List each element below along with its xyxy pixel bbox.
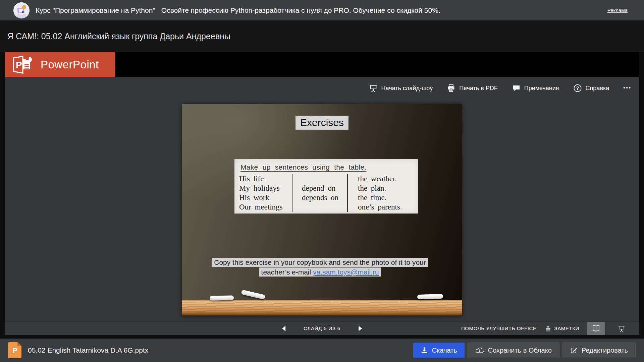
- ad-disclosure-link[interactable]: Реклама: [607, 7, 628, 13]
- print-pdf-button[interactable]: Печать в PDF: [447, 84, 498, 93]
- ellipsis-icon: •••: [623, 85, 632, 90]
- slide-title: Exercises: [296, 116, 348, 130]
- ad-banner[interactable]: Курс "Программирование на Python" Освойт…: [0, 0, 644, 20]
- page-title: Я САМ!: 05.02 Английский язык группа Дар…: [7, 32, 230, 41]
- powerpoint-logo-icon: P: [12, 55, 34, 74]
- homework-note: Copy this exercise in your copybook and …: [211, 258, 429, 277]
- slide-nav-right: ПОМОЧЬ УЛУЧШИТЬ OFFICE ЗАМЕТКИ: [461, 322, 639, 335]
- viewer-container: P PowerPoint Начать слайд-шоу: [5, 52, 639, 335]
- previous-slide-button[interactable]: [281, 325, 287, 332]
- table-cell: His life: [239, 174, 292, 184]
- slide-pager: СЛАЙД 5 ИЗ 6: [281, 322, 363, 335]
- help-button[interactable]: ? Справка: [573, 84, 609, 93]
- svg-text:P: P: [12, 346, 17, 355]
- print-pdf-label: Печать в PDF: [459, 85, 498, 92]
- table-column-subjects: His life My holidays His work Our meetin…: [239, 174, 292, 212]
- ad-course-title: Курс "Программирование на Python": [36, 6, 155, 14]
- chalk-tray: [182, 300, 462, 316]
- page-header: Я САМ!: 05.02 Английский язык группа Дар…: [0, 20, 644, 52]
- table-cell: one’s parents.: [358, 202, 418, 212]
- table-column-verbs: depend on depends on: [292, 174, 348, 212]
- footer-actions: Скачать Сохранить в Облако Редактировать: [413, 343, 636, 358]
- edit-label: Редактировать: [582, 347, 628, 354]
- start-slideshow-label: Начать слайд-шоу: [381, 85, 433, 92]
- table-cell: depend on: [302, 184, 347, 193]
- improve-office-link[interactable]: ПОМОЧЬ УЛУЧШИТЬ OFFICE: [461, 325, 537, 331]
- table-cell: the plan.: [358, 184, 418, 193]
- notes-icon: [545, 325, 551, 332]
- svg-text:P: P: [16, 60, 22, 70]
- file-name: 05.02 English Tatarnikova D.A 6G.pptx: [28, 346, 148, 354]
- slide-counter: СЛАЙД 5 ИЗ 6: [304, 325, 340, 331]
- printer-icon: [447, 84, 455, 93]
- more-options-button[interactable]: •••: [623, 85, 632, 92]
- exercise-scan: Make up sentences using the table. His l…: [234, 159, 418, 214]
- save-to-cloud-label: Сохранить в Облако: [488, 347, 552, 354]
- slide-navigation-bar: СЛАЙД 5 ИЗ 6 ПОМОЧЬ УЛУЧШИТЬ OFFICE: [5, 321, 639, 335]
- next-slide-button[interactable]: [357, 325, 363, 332]
- chalk-piece: [210, 295, 234, 300]
- svg-text:?: ?: [576, 85, 579, 91]
- pptx-file-icon: P: [8, 342, 21, 358]
- download-button[interactable]: Скачать: [413, 343, 465, 358]
- download-icon: [421, 347, 428, 354]
- help-label: Справка: [586, 85, 609, 92]
- slideshow-view-button[interactable]: [613, 322, 630, 335]
- reading-view-button[interactable]: [587, 322, 605, 335]
- slide-stage: Exercises Make up sentences using the ta…: [5, 99, 639, 316]
- edit-icon: [570, 347, 578, 354]
- slide-canvas[interactable]: Exercises Make up sentences using the ta…: [182, 104, 462, 316]
- homework-note-line2: teacher’s e-mail: [261, 268, 313, 276]
- table-cell: the weather.: [358, 174, 418, 184]
- table-column-objects: the weather. the plan. the time. one’s p…: [348, 174, 418, 212]
- comment-bubble-icon: [512, 84, 521, 93]
- exercise-heading: Make up sentences using the table.: [240, 163, 418, 171]
- slideshow-view-icon: [618, 325, 625, 332]
- file-action-bar: P 05.02 English Tatarnikova D.A 6G.pptx …: [0, 339, 644, 362]
- table-cell: His work: [239, 193, 292, 202]
- table-cell: depends on: [302, 193, 347, 202]
- table-cell: Our meetings: [239, 202, 292, 212]
- cloud-icon: [475, 347, 484, 354]
- homework-note-line1: Copy this exercise in your copybook and …: [212, 258, 428, 267]
- presentation-viewer: Начать слайд-шоу Печать в PDF: [5, 77, 639, 335]
- chalk-piece: [241, 290, 265, 300]
- slideshow-icon: [369, 84, 378, 93]
- app-banner: P PowerPoint: [5, 52, 639, 77]
- powerpoint-brand: P PowerPoint: [5, 52, 115, 77]
- comments-button[interactable]: Примечания: [512, 84, 559, 93]
- table-cell: the time.: [358, 193, 418, 202]
- ad-logo-icon: [13, 2, 30, 18]
- chalk-piece: [417, 294, 443, 300]
- reading-view-icon: [592, 325, 600, 332]
- exercise-table: His life My holidays His work Our meetin…: [239, 174, 418, 212]
- teacher-email-link[interactable]: ya.sam.toys@mail.ru: [313, 268, 379, 276]
- table-cell: My holidays: [239, 184, 292, 193]
- edit-button[interactable]: Редактировать: [562, 343, 636, 358]
- viewer-toolbar: Начать слайд-шоу Печать в PDF: [5, 77, 639, 99]
- notes-label: ЗАМЕТКИ: [554, 325, 579, 331]
- start-slideshow-button[interactable]: Начать слайд-шоу: [369, 84, 433, 93]
- comments-label: Примечания: [524, 85, 559, 92]
- ad-course-description: Освойте профессию Python-разработчика с …: [161, 6, 440, 14]
- app-name: PowerPoint: [41, 58, 99, 71]
- help-icon: ?: [573, 84, 582, 93]
- download-label: Скачать: [432, 347, 457, 354]
- notes-toggle-button[interactable]: ЗАМЕТКИ: [545, 325, 579, 332]
- save-to-cloud-button[interactable]: Сохранить в Облако: [468, 343, 559, 358]
